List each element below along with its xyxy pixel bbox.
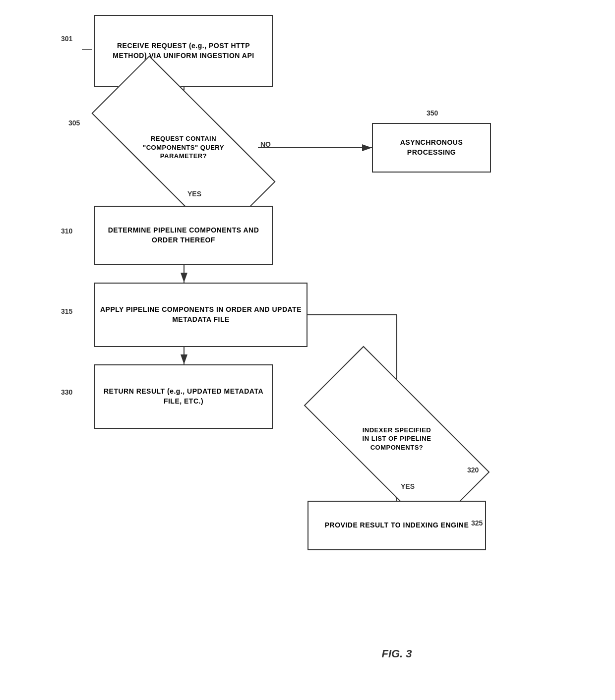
async-processing-box: ASYNCHRONOUS PROCESSING — [372, 123, 491, 173]
no-label: NO — [260, 140, 271, 148]
label-305: 305 — [68, 119, 80, 127]
decision-indexer-diamond: INDEXER SPECIFIEDIN LIST OF PIPELINECOMP… — [308, 397, 486, 481]
label-320: 320 — [467, 466, 479, 474]
label-310: 310 — [61, 227, 72, 235]
label-330: 330 — [61, 388, 72, 396]
diagram-container: RECEIVE REQUEST (e.g., POST HTTP METHOD)… — [0, 0, 615, 700]
fig-caption: FIG. 3 — [308, 647, 486, 660]
provide-result-box: PROVIDE RESULT TO INDEXING ENGINE — [308, 501, 486, 550]
decision-indexer-text: INDEXER SPECIFIEDIN LIST OF PIPELINECOMP… — [363, 426, 431, 452]
label-350: 350 — [427, 109, 438, 117]
decision-components-diamond: REQUEST CONTAIN"COMPONENTS" QUERYPARAMET… — [94, 107, 273, 188]
decision-components-text: REQUEST CONTAIN"COMPONENTS" QUERYPARAMET… — [143, 134, 224, 161]
return-result-box: RETURN RESULT (e.g., UPDATED METADATA FI… — [94, 364, 273, 429]
yes-label-2: YES — [401, 482, 415, 490]
label-315: 315 — [61, 307, 72, 315]
determine-pipeline-box: DETERMINE PIPELINE COMPONENTS AND ORDER … — [94, 206, 273, 265]
arrows-svg — [0, 0, 615, 700]
yes-label-1: YES — [187, 190, 201, 198]
receive-request-box: RECEIVE REQUEST (e.g., POST HTTP METHOD)… — [94, 15, 273, 87]
bracket-301 — [0, 0, 99, 99]
label-301: 301 — [61, 35, 72, 43]
apply-pipeline-box: APPLY PIPELINE COMPONENTS IN ORDER AND U… — [94, 283, 308, 347]
label-325: 325 — [471, 519, 483, 527]
